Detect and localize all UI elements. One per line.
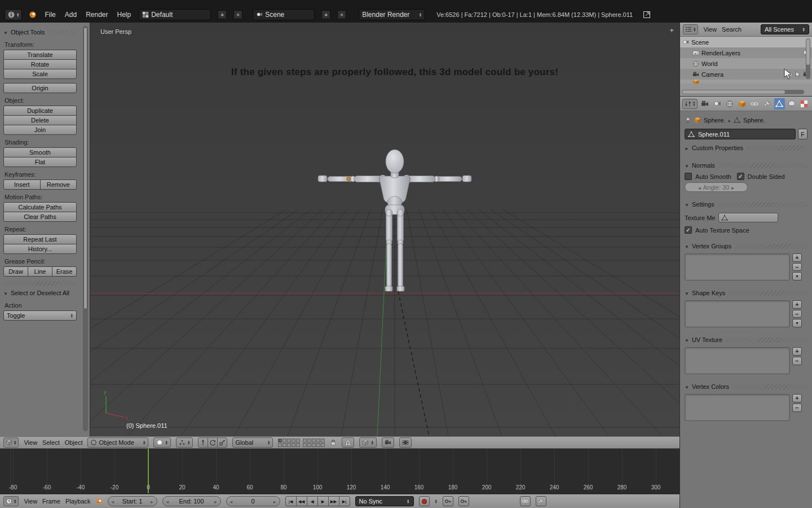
shape-keys-list[interactable]	[685, 300, 790, 327]
select-deselect-panel-header[interactable]: Select or Deselect All	[3, 288, 77, 298]
object-menu[interactable]: Object	[65, 439, 83, 446]
tab-object[interactable]	[737, 98, 748, 110]
play-reverse-button[interactable]	[307, 496, 318, 506]
uv-texture-panel-header[interactable]: UV Texture	[685, 335, 807, 345]
scrollbar-thumb[interactable]	[83, 27, 87, 309]
remove-uv-texture-button[interactable]	[792, 357, 802, 365]
region-expand-icon[interactable]	[669, 26, 674, 34]
decrement-icon[interactable]	[112, 498, 114, 505]
select-menu[interactable]: Select	[42, 439, 60, 446]
add-vertex-color-button[interactable]	[792, 394, 802, 402]
vertex-group-specials-button[interactable]	[792, 272, 802, 281]
layer-cell-active[interactable]	[278, 439, 282, 443]
current-frame-field[interactable]: 0	[226, 496, 280, 506]
mode-dropdown[interactable]: Object Mode	[87, 437, 148, 448]
viewport-shading-dropdown[interactable]	[153, 437, 170, 448]
outliner-item-world[interactable]: World	[680, 58, 812, 69]
remove-shape-key-button[interactable]	[792, 310, 802, 318]
timeline-view-menu[interactable]: View	[24, 498, 37, 505]
scrollbar-thumb[interactable]	[806, 39, 810, 65]
grease-draw-button[interactable]: Draw	[3, 266, 28, 277]
tab-render[interactable]	[699, 98, 710, 110]
add-scene-button[interactable]	[321, 10, 330, 19]
manipulator-rotate-button[interactable]	[208, 437, 218, 448]
vertex-colors-panel-header[interactable]: Vertex Colors	[685, 382, 807, 392]
increment-icon[interactable]	[731, 184, 734, 191]
fake-user-button[interactable]: F	[798, 129, 807, 139]
mesh-name-field[interactable]: Sphere.011	[685, 129, 796, 139]
start-frame-field[interactable]: Start: 1	[108, 496, 157, 506]
editor-type-viewport-button[interactable]	[3, 437, 19, 448]
flat-button[interactable]: Flat	[3, 157, 77, 167]
add-vertex-group-button[interactable]	[792, 253, 802, 262]
delete-scene-button[interactable]	[337, 10, 346, 19]
orientation-dropdown[interactable]: Global	[232, 437, 273, 448]
end-frame-field[interactable]: End: 100	[162, 496, 221, 506]
insert-keyframe-button[interactable]	[443, 496, 453, 506]
outliner-item-renderlayers[interactable]: RenderLayers	[680, 47, 812, 58]
next-keyframe-button[interactable]	[328, 496, 339, 506]
double-sided-checkbox[interactable]: Double Sided	[737, 173, 785, 180]
increment-icon[interactable]	[151, 498, 153, 505]
snap-element-dropdown[interactable]	[359, 437, 376, 448]
shape-keys-panel-header[interactable]: Shape Keys	[685, 288, 807, 298]
goto-start-button[interactable]	[285, 496, 297, 506]
duplicate-button[interactable]: Duplicate	[3, 106, 77, 116]
settings-panel-header[interactable]: Settings	[685, 199, 807, 209]
add-shape-key-button[interactable]	[792, 300, 802, 309]
screen-layout-selector[interactable]: Default	[139, 9, 211, 20]
tab-constraints[interactable]	[749, 98, 760, 110]
unlink-data-button[interactable]	[536, 496, 546, 506]
texture-mesh-selector[interactable]	[718, 213, 778, 222]
outliner-vscrollbar[interactable]	[806, 38, 810, 79]
editor-type-outliner-button[interactable]	[683, 24, 698, 34]
outliner-hscrollbar[interactable]	[682, 90, 804, 94]
remove-keyframe-button[interactable]: Remove	[40, 179, 77, 190]
action-dropdown[interactable]: Toggle	[3, 310, 77, 321]
timeline-playback-menu[interactable]: Playback	[65, 498, 91, 505]
grease-line-button[interactable]: Line	[28, 266, 52, 277]
origin-button[interactable]: Origin	[3, 83, 77, 93]
timeline-frame-menu[interactable]: Frame	[42, 498, 60, 505]
layers-widget[interactable]	[278, 439, 325, 447]
decrement-icon[interactable]	[698, 184, 701, 191]
sync-dropdown[interactable]: No Sync	[355, 496, 414, 506]
menu-file[interactable]: File	[43, 11, 56, 19]
object-tools-panel-header[interactable]: Object Tools	[3, 27, 77, 37]
tab-modifiers[interactable]	[762, 98, 773, 110]
shape-key-specials-button[interactable]	[792, 319, 802, 327]
normals-panel-header[interactable]: Normals	[685, 160, 807, 170]
insert-keyframe-button[interactable]: Insert	[3, 179, 41, 190]
custom-properties-panel-header[interactable]: Custom Properties	[685, 143, 807, 153]
collapsed-panel-header[interactable]	[3, 281, 77, 286]
add-screen-layout-button[interactable]	[218, 10, 227, 19]
breadcrumb-data[interactable]: Sphere.	[743, 117, 765, 124]
auto-texture-space-checkbox[interactable]: Auto Texture Space	[685, 226, 807, 234]
remove-vertex-color-button[interactable]	[792, 404, 802, 412]
snap-magnet-button[interactable]	[342, 437, 354, 448]
outliner-filter-dropdown[interactable]: All Scenes	[761, 24, 809, 34]
link-data-button[interactable]	[520, 496, 531, 506]
editor-type-properties-button[interactable]	[682, 99, 698, 109]
manipulator-translate-button[interactable]	[198, 437, 208, 448]
opengl-render-still-button[interactable]	[382, 437, 394, 448]
delete-screen-layout-button[interactable]	[233, 10, 242, 19]
repeat-last-button[interactable]: Repeat Last	[3, 234, 77, 244]
manipulator-scale-button[interactable]	[217, 437, 227, 448]
timeline-ruler[interactable]: -80 -60 -40 -20 0 20 40 60 80 100 120 14…	[0, 449, 679, 494]
outliner-item-scene[interactable]: Scene	[680, 37, 812, 47]
translate-button[interactable]: Translate	[3, 50, 77, 60]
delete-button[interactable]: Delete	[3, 115, 77, 125]
scale-button[interactable]: Scale	[3, 69, 77, 79]
increment-icon[interactable]	[273, 498, 276, 505]
goto-end-button[interactable]	[339, 496, 350, 506]
viewport-3d[interactable]: User Persp If the given steps are proper…	[90, 23, 679, 436]
tab-object-data[interactable]	[774, 98, 785, 110]
vertex-colors-list[interactable]	[685, 394, 790, 421]
prev-keyframe-button[interactable]	[296, 496, 307, 506]
play-button[interactable]	[317, 496, 329, 506]
smooth-button[interactable]: Smooth	[3, 147, 77, 157]
editor-type-info-button[interactable]	[5, 9, 22, 20]
auto-keyframe-record-button[interactable]	[419, 496, 430, 506]
join-button[interactable]: Join	[3, 125, 77, 135]
